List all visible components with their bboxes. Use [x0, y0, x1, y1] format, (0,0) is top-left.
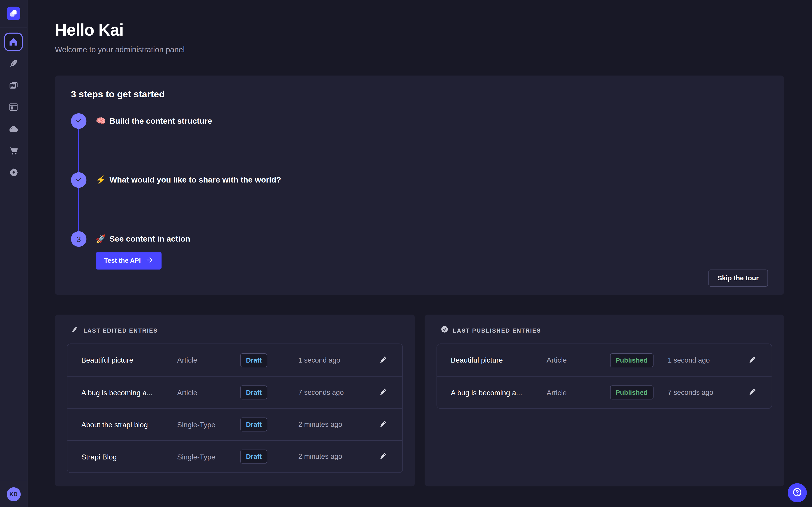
sidebar: KD [0, 0, 28, 507]
onboarding-step-1: 🧠Build the content structure [71, 113, 768, 129]
last-published-table: Beautiful picture Article Published 1 se… [436, 343, 772, 408]
table-row[interactable]: About the strapi blog Single-Type Draft … [67, 408, 402, 440]
step-2-check-circle [71, 172, 87, 188]
rocket-emoji: 🚀 [96, 234, 106, 243]
sidebar-item-media-library[interactable] [4, 76, 23, 95]
main-content: Hello Kai Welcome to your administration… [28, 0, 812, 507]
help-button[interactable] [788, 483, 807, 502]
last-edited-table: Beautiful picture Article Draft 1 second… [67, 343, 403, 473]
skip-tour-button[interactable]: Skip the tour [708, 270, 768, 287]
pencil-icon [379, 355, 387, 365]
page-subtitle: Welcome to your administration panel [55, 45, 784, 54]
page-title: Hello Kai [55, 21, 784, 40]
cloud-icon [8, 123, 19, 134]
table-row[interactable]: A bug is becoming a... Article Draft 7 s… [67, 376, 402, 408]
status-badge: Draft [240, 450, 267, 463]
pencil-icon [379, 452, 387, 461]
step-connector [78, 129, 80, 172]
table-row[interactable]: Strapi Blog Single-Type Draft 2 minutes … [67, 440, 402, 472]
last-edited-header: LAST EDITED ENTRIES [67, 325, 403, 335]
test-api-button[interactable]: Test the API [96, 252, 161, 270]
step-cta-row: Test the API [96, 252, 768, 270]
step-1-check-circle [71, 113, 87, 129]
status-badge: Published [610, 353, 653, 367]
status-badge: Published [610, 385, 653, 399]
strapi-admin-homepage: KD Hello Kai Welcome to your administrat… [0, 0, 812, 507]
pencil-icon [379, 388, 387, 397]
sidebar-nav [0, 27, 27, 481]
user-avatar[interactable]: KD [6, 487, 20, 501]
feather-icon [8, 58, 19, 69]
status-badge: Draft [240, 417, 267, 432]
pencil-icon [379, 419, 387, 430]
sidebar-item-marketplace[interactable] [4, 141, 23, 160]
sidebar-item-cloud[interactable] [4, 119, 23, 138]
step-number: 3 [77, 235, 81, 243]
step-connector [78, 188, 80, 231]
sidebar-item-content-type-builder[interactable] [4, 98, 23, 116]
last-published-header: LAST PUBLISHED ENTRIES [436, 325, 772, 335]
sidebar-item-settings[interactable] [4, 163, 23, 182]
table-row[interactable]: Beautiful picture Article Draft 1 second… [67, 344, 402, 376]
pencil-icon [71, 325, 79, 335]
edit-entry-button[interactable] [375, 385, 391, 400]
last-edited-title: LAST EDITED ENTRIES [84, 327, 158, 334]
check-circle-icon [441, 325, 448, 335]
status-badge: Draft [240, 385, 267, 399]
media-library-icon [8, 80, 19, 91]
sidebar-item-home[interactable] [4, 33, 23, 51]
skip-row: Skip the tour [71, 270, 768, 287]
step-3-number-circle: 3 [71, 231, 87, 247]
arrow-right-icon [146, 256, 153, 265]
step-1-label: 🧠Build the content structure [96, 116, 212, 126]
workspace-logo-container[interactable] [0, 0, 27, 27]
check-icon [75, 117, 82, 125]
entries-section: LAST EDITED ENTRIES Beautiful picture Ar… [55, 315, 784, 486]
table-row[interactable]: Beautiful picture Article Published 1 se… [437, 344, 772, 376]
onboarding-step-3: 3 🚀See content in action [71, 231, 768, 247]
edit-entry-button[interactable] [375, 417, 391, 432]
last-published-title: LAST PUBLISHED ENTRIES [453, 327, 541, 334]
status-badge: Draft [240, 353, 267, 367]
last-edited-card: LAST EDITED ENTRIES Beautiful picture Ar… [55, 315, 415, 486]
home-icon [8, 37, 19, 47]
sidebar-item-content-manager[interactable] [4, 54, 23, 73]
onboarding-title: 3 steps to get started [71, 89, 768, 100]
edit-entry-button[interactable] [745, 352, 760, 368]
pencil-icon [748, 388, 757, 397]
step-2-label: ⚡What would you like to share with the w… [96, 175, 281, 184]
step-3-label: 🚀See content in action [96, 234, 190, 243]
strapi-logo [7, 7, 20, 20]
settings-gear-icon [8, 167, 19, 178]
lightning-emoji: ⚡ [96, 175, 106, 184]
content-type-builder-icon [8, 102, 19, 112]
marketplace-cart-icon [8, 145, 19, 156]
edit-entry-button[interactable] [375, 352, 391, 368]
edit-entry-button[interactable] [375, 449, 391, 464]
test-api-label: Test the API [104, 257, 141, 264]
check-icon [75, 175, 82, 184]
onboarding-card: 3 steps to get started 🧠Build the conten… [55, 75, 784, 295]
brain-emoji: 🧠 [96, 116, 106, 125]
avatar-initials: KD [9, 491, 17, 497]
question-mark-icon [793, 487, 802, 499]
onboarding-step-2: ⚡What would you like to share with the w… [71, 172, 768, 188]
pencil-icon [748, 355, 757, 365]
sidebar-footer: KD [0, 481, 27, 507]
edit-entry-button[interactable] [745, 385, 760, 400]
table-row[interactable]: A bug is becoming a... Article Published… [437, 376, 772, 408]
last-published-card: LAST PUBLISHED ENTRIES Beautiful picture… [424, 315, 784, 486]
